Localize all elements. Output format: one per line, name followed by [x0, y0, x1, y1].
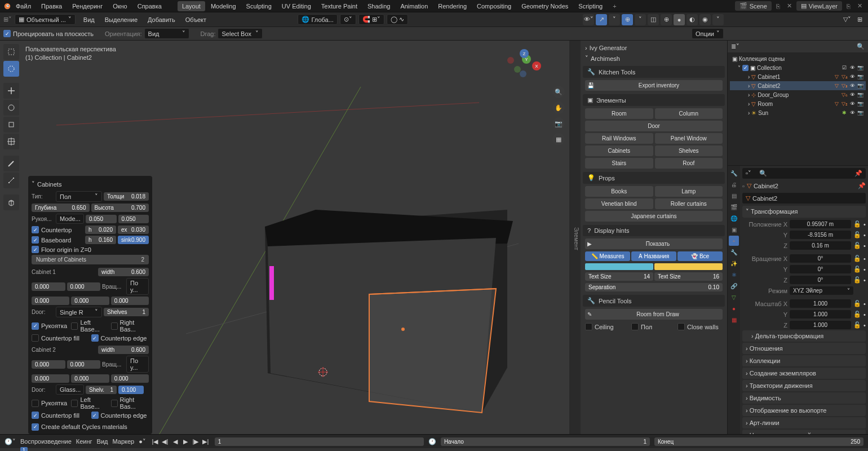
roof-btn[interactable]: Roof	[655, 158, 723, 169]
show-btn[interactable]: ▶Показать	[585, 238, 723, 249]
gizmo-toggle[interactable]: ↗	[596, 14, 607, 25]
tab-animation[interactable]: Animation	[396, 1, 432, 11]
tab-sculpting[interactable]: Sculpting	[242, 1, 276, 11]
current-frame[interactable]: 1	[215, 437, 424, 446]
play-reverse-icon[interactable]: ◀	[171, 437, 180, 446]
scale-y[interactable]: 1.000	[790, 310, 851, 319]
marker-menu[interactable]: Маркер	[112, 438, 134, 445]
visibility-section[interactable]: › Видимость	[742, 392, 866, 404]
annotate-tool[interactable]	[3, 156, 19, 171]
cabinet1-row[interactable]: ›▽Cabinet1▽▽₄👁📷	[730, 72, 866, 81]
render-icon[interactable]: 📷	[857, 64, 863, 71]
scene-field[interactable]: 🎬 Scene	[735, 1, 772, 11]
venetian-btn[interactable]: Venetian blind	[585, 198, 653, 209]
editor-icon[interactable]: ▫˅	[746, 170, 751, 177]
playback-menu[interactable]: Воспроизведение	[20, 438, 72, 445]
create-materials-check[interactable]: Create default Cycles materials	[32, 423, 127, 431]
jump-start-icon[interactable]: |◀	[150, 437, 160, 446]
japanese-btn[interactable]: Japanese curtains	[585, 211, 723, 222]
viewport-display-section[interactable]: › Отображение во вьюпорте	[742, 405, 866, 416]
rot-z[interactable]: 0°	[790, 276, 851, 284]
c2-x[interactable]: 0.000	[32, 360, 65, 369]
select-box-tool[interactable]	[3, 44, 19, 60]
exclude-icon[interactable]: ☑	[841, 64, 848, 71]
tab-material[interactable]: ●	[729, 303, 739, 313]
door-group-row[interactable]: ›⊹Door_Group▽₆👁📷	[730, 90, 866, 99]
eye-icon[interactable]: 👁	[849, 73, 856, 80]
orientation-global[interactable]: 🌐 Глоба...	[298, 14, 338, 25]
c1-rightbase[interactable]: Right Bas...	[111, 319, 149, 333]
cursor-tool[interactable]	[3, 61, 19, 77]
neg-x-icon[interactable]	[507, 57, 514, 64]
menu-object[interactable]: Объект	[181, 15, 211, 25]
lock-icon[interactable]: 🔓	[853, 300, 861, 307]
tab-particles[interactable]: ✨	[729, 258, 739, 268]
c1-y[interactable]: 0.000	[67, 282, 101, 291]
delete-scene-icon[interactable]: ✕	[785, 2, 794, 10]
tab-world[interactable]: 🌐	[729, 213, 739, 223]
timeline-track[interactable]: 1 11020304050607080901001101201301401501…	[0, 448, 868, 451]
lock-icon[interactable]: 🔓	[853, 311, 861, 318]
tab-modifiers[interactable]: 🔧	[729, 247, 739, 257]
keyframe-next-icon[interactable]: |▶	[191, 437, 200, 446]
baseboard-h-field[interactable]: h0.160	[85, 236, 116, 244]
rotate-tool[interactable]	[3, 100, 19, 116]
start-frame[interactable]: Начало1	[441, 437, 650, 446]
rail-windows-btn[interactable]: Rail Windows	[585, 133, 653, 144]
pin-icon[interactable]: 📌	[858, 182, 866, 189]
sun-row[interactable]: ›☀Sun✱👁📷	[730, 108, 866, 117]
tab-data[interactable]: ▽	[729, 292, 739, 302]
proportional-dropdown[interactable]: ◯ ∿	[387, 14, 408, 25]
tab-render[interactable]: 🔧	[729, 168, 739, 178]
tab-collection[interactable]: ▣	[729, 224, 739, 235]
menu-edit[interactable]: Правка	[37, 1, 67, 11]
scene-collection-row[interactable]: ▣Коллекция сцены	[730, 55, 866, 63]
pivot-dropdown[interactable]: ⊙˅	[340, 14, 356, 25]
c1-c[interactable]: 0.000	[111, 297, 149, 305]
height-field[interactable]: Высота0.700	[91, 204, 149, 212]
tab-item[interactable]: Элемент	[572, 223, 581, 255]
clock-icon[interactable]: 🕐	[428, 438, 436, 445]
lineart-section[interactable]: › Арт-линии	[742, 417, 866, 428]
perspective-toggle-icon[interactable]: ▦	[552, 133, 565, 145]
play-icon[interactable]: ▶	[181, 437, 190, 446]
close-walls-check[interactable]: Close walls	[677, 323, 723, 330]
auto-keying-icon[interactable]: ●˅	[139, 438, 146, 445]
snap-dropdown[interactable]: 🧲 ⊞˅	[358, 14, 384, 25]
c2-b[interactable]: 0.000	[71, 374, 109, 383]
panel-window-btn[interactable]: Panel Window	[655, 133, 723, 144]
text-size-2[interactable]: Text Size16	[654, 272, 723, 281]
overlays-dropdown[interactable]: ˅	[635, 14, 646, 25]
tab-uv[interactable]: UV Editing	[277, 1, 316, 11]
render-icon[interactable]: 📷	[857, 109, 863, 116]
transform-section[interactable]: ˅ Трансформация	[742, 206, 866, 218]
books-btn[interactable]: Books	[585, 186, 653, 197]
transform-tool[interactable]	[3, 134, 19, 149]
c2-c[interactable]: 0.000	[111, 374, 149, 383]
outliner-type-icon[interactable]: ≣˅	[731, 43, 739, 50]
relations-section[interactable]: › Отношения	[742, 343, 866, 354]
c2-door[interactable]: Glass...	[56, 384, 84, 395]
gizmo-dropdown[interactable]: ˅	[609, 14, 620, 25]
options-dropdown[interactable]: Опции ˅	[692, 28, 724, 39]
tab-texturepaint[interactable]: Texture Paint	[317, 1, 362, 11]
pos-y[interactable]: -8.9156 m	[790, 231, 851, 239]
new-layer-icon[interactable]: ⎘	[844, 3, 853, 10]
num-cabinets-field[interactable]: Number of Cabinets2	[32, 255, 149, 264]
c1-shelves[interactable]: Shelves1	[104, 308, 149, 316]
z-axis-icon[interactable]: Z	[520, 49, 529, 58]
lock-icon[interactable]: 🔓	[853, 266, 861, 273]
tab-output[interactable]: 🖨	[729, 179, 739, 189]
scale-x[interactable]: 1.000	[790, 299, 851, 308]
jump-end-icon[interactable]: ▶|	[201, 437, 210, 446]
neg-z-icon[interactable]	[520, 70, 526, 77]
new-scene-icon[interactable]: ⎘	[774, 3, 782, 10]
c2-rightbase[interactable]: Right Bas...	[111, 396, 149, 410]
move-tool[interactable]	[3, 83, 19, 99]
column-btn[interactable]: Column	[655, 108, 723, 119]
tab-modeling[interactable]: Modeling	[206, 1, 241, 11]
separation-field[interactable]: Separation0.10	[585, 283, 723, 291]
new-collection-icon[interactable]: ⊞	[855, 15, 865, 24]
tab-layout[interactable]: Layout	[178, 1, 205, 11]
motion-paths-section[interactable]: › Траектории движения	[742, 380, 866, 391]
